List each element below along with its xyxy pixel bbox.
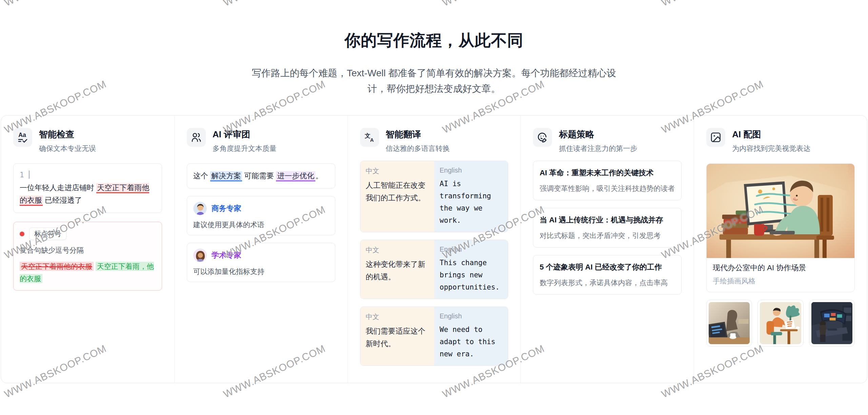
source-lang-label: 中文 bbox=[366, 245, 429, 255]
source-lang-label: 中文 bbox=[366, 312, 429, 321]
term-highlight-blue[interactable]: 解决方案 bbox=[210, 171, 242, 181]
term-highlight-purple[interactable]: 进一步优化 bbox=[276, 171, 315, 181]
page-title: 你的写作流程，从此不同 bbox=[0, 30, 868, 51]
source-text: 这种变化带来了新的机遇。 bbox=[366, 258, 429, 283]
expert-comment: 建议使用更具体的术语 bbox=[193, 220, 329, 230]
business-expert-avatar bbox=[193, 202, 207, 215]
image-variant-photo[interactable] bbox=[706, 300, 752, 347]
thumbnail-photo-person-laptop bbox=[709, 302, 750, 344]
image-icon bbox=[706, 128, 725, 147]
feature-title: 智能检查 bbox=[39, 128, 96, 140]
headline-title: 当 AI 遇上传统行业：机遇与挑战并存 bbox=[539, 214, 675, 226]
thumbnail-flat-illustration bbox=[760, 302, 801, 344]
feature-subtitle: 为内容找到完美视觉表达 bbox=[732, 144, 810, 153]
feature-title: AI 配图 bbox=[732, 128, 810, 140]
feature-card-ai-image: AI 配图 为内容找到完美视觉表达 bbox=[694, 116, 867, 383]
feature-title: AI 评审团 bbox=[213, 128, 277, 140]
expert-card-business[interactable]: 商务专家 建议使用更具体的术语 bbox=[187, 196, 335, 235]
academic-expert-avatar bbox=[193, 249, 207, 262]
source-text: 我们需要适应这个新时代。 bbox=[366, 325, 429, 350]
translation-pair[interactable]: 中文 我们需要适应这个新时代。 English We need to adapt… bbox=[360, 307, 509, 366]
translate-icon: 文 A bbox=[360, 128, 379, 147]
feature-subtitle: 确保文本专业无误 bbox=[39, 144, 96, 153]
translation-pair[interactable]: 中文 人工智能正在改变我们的工作方式。 English AI is transf… bbox=[360, 161, 509, 232]
expert-card-academic[interactable]: 学术专家 可以添加量化指标支持 bbox=[187, 243, 335, 282]
image-variant-flat[interactable] bbox=[757, 300, 803, 347]
original-text: 天空正下着雨他的衣服 bbox=[20, 262, 94, 271]
target-text: We need to adapt to this new era. bbox=[440, 323, 503, 360]
image-caption: 现代办公室中的 AI 协作场景 bbox=[713, 263, 848, 273]
image-variants bbox=[706, 300, 855, 347]
target-lang-label: English bbox=[440, 312, 503, 320]
page: 你的写作流程，从此不同 写作路上的每个难题，Text-Well 都准备了简单有效… bbox=[0, 0, 868, 415]
issue-description: 复合句缺少逗号分隔 bbox=[20, 245, 156, 255]
features-container: Aa 智能检查 确保文本专业无误 1 一位年轻人走进店铺时 天空正下着雨他的衣服… bbox=[1, 115, 867, 383]
target-text: This change brings new opportunities. bbox=[440, 257, 503, 293]
editor-text: 一位年轻人走进店铺时 天空正下着雨他的衣服 已经湿透了 bbox=[20, 181, 156, 206]
headline-title: 5 个迹象表明 AI 已经改变了你的工作 bbox=[539, 261, 675, 273]
headline-desc: 数字列表形式，承诺具体内容，点击率高 bbox=[539, 277, 675, 288]
expert-comment: 可以添加量化指标支持 bbox=[193, 267, 329, 276]
review-sentence: 这个 解决方案 可能需要 进一步优化。 bbox=[187, 163, 335, 189]
feature-subtitle: 信达雅的多语言转换 bbox=[386, 144, 450, 153]
headline-title: AI 革命：重塑未来工作的关键技术 bbox=[539, 167, 675, 179]
image-variant-isometric[interactable] bbox=[809, 300, 855, 347]
target-lang-label: English bbox=[440, 245, 503, 253]
section-header: 你的写作流程，从此不同 写作路上的每个难题，Text-Well 都准备了简单有效… bbox=[0, 0, 868, 97]
page-subtitle: 写作路上的每个难题，Text-Well 都准备了简单有效的解决方案。每个功能都经… bbox=[251, 65, 617, 97]
expert-name: 商务专家 bbox=[212, 203, 241, 214]
svg-text:A: A bbox=[370, 137, 374, 143]
issue-card[interactable]: 标点符号 复合句缺少逗号分隔 天空正下着雨他的衣服 天空正下着雨，他的衣服 bbox=[13, 222, 162, 291]
expert-name: 学术专家 bbox=[212, 250, 241, 260]
error-dot-icon bbox=[20, 232, 24, 236]
headline-idea[interactable]: AI 革命：重塑未来工作的关键技术 强调变革性影响，吸引关注科技趋势的读者 bbox=[533, 161, 682, 200]
feature-subtitle: 抓住读者注意力的第一步 bbox=[559, 144, 637, 153]
feature-card-ai-review: AI 评审团 多角度提升文本质量 这个 解决方案 可能需要 进一步优化。 bbox=[174, 116, 348, 383]
source-lang-label: 中文 bbox=[366, 166, 429, 176]
feature-card-translate: 文 A 智能翻译 信达雅的多语言转换 中文 人工智能正在改变我们的工作方式。 E… bbox=[348, 116, 521, 383]
translation-pair[interactable]: 中文 这种变化带来了新的机遇。 English This change brin… bbox=[360, 240, 509, 299]
target-lang-label: English bbox=[440, 166, 503, 174]
feature-title: 标题策略 bbox=[559, 128, 637, 140]
feature-card-headline: 标题策略 抓住读者注意力的第一步 AI 革命：重塑未来工作的关键技术 强调变革性… bbox=[520, 116, 694, 383]
feature-card-smart-check: Aa 智能检查 确保文本专业无误 1 一位年轻人走进店铺时 天空正下着雨他的衣服… bbox=[1, 116, 174, 383]
feature-subtitle: 多角度提升文本质量 bbox=[213, 144, 277, 153]
spellcheck-icon: Aa bbox=[13, 128, 32, 147]
target-text: AI is transforming the way we work. bbox=[440, 178, 503, 226]
source-text: 人工智能正在改变我们的工作方式。 bbox=[366, 179, 429, 204]
headline-desc: 对比式标题，突出矛盾冲突，引发思考 bbox=[539, 230, 675, 241]
smile-pen-icon bbox=[533, 128, 552, 147]
issue-diff: 天空正下着雨他的衣服 天空正下着雨，他的衣服 bbox=[20, 260, 156, 285]
illustration-boy-at-computer bbox=[707, 164, 854, 258]
image-style-note: 手绘插画风格 bbox=[713, 276, 848, 286]
line-number: 1 bbox=[20, 171, 24, 179]
svg-text:文: 文 bbox=[364, 133, 370, 139]
headline-idea[interactable]: 5 个迹象表明 AI 已经改变了你的工作 数字列表形式，承诺具体内容，点击率高 bbox=[533, 255, 682, 295]
text-cursor bbox=[29, 171, 29, 179]
editor-preview[interactable]: 1 一位年轻人走进店铺时 天空正下着雨他的衣服 已经湿透了 bbox=[13, 163, 162, 213]
headline-desc: 强调变革性影响，吸引关注科技趋势的读者 bbox=[539, 183, 675, 194]
feature-title: 智能翻译 bbox=[386, 128, 450, 140]
feature-header: Aa 智能检查 确保文本专业无误 bbox=[13, 128, 162, 153]
users-icon bbox=[187, 128, 206, 147]
svg-text:Aa: Aa bbox=[18, 132, 26, 138]
generated-image-card[interactable]: 现代办公室中的 AI 协作场景 手绘插画风格 bbox=[706, 163, 855, 292]
issue-type-badge[interactable]: 标点符号 bbox=[29, 228, 66, 240]
headline-idea[interactable]: 当 AI 遇上传统行业：机遇与挑战并存 对比式标题，突出矛盾冲突，引发思考 bbox=[533, 208, 682, 248]
thumbnail-isometric-dark bbox=[811, 302, 852, 344]
